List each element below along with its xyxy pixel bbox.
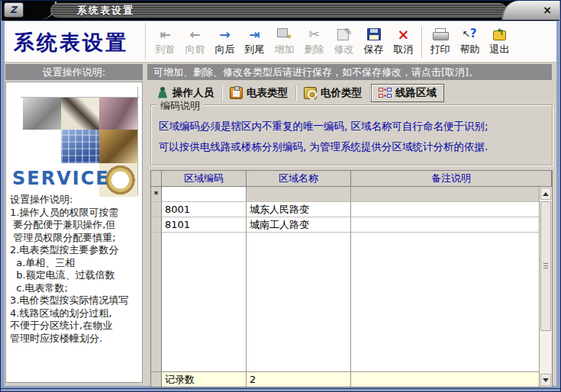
record-count-value: 2: [247, 371, 351, 387]
row-selector[interactable]: [151, 202, 162, 217]
header-divider: [145, 23, 146, 60]
sidebar-panel: SERVICE 设置操作说明: 1.操作人员的权限可按需 要分配便于兼职操作,但…: [5, 82, 143, 383]
new-row-name-cell[interactable]: [247, 187, 351, 202]
toolbar-button-label: 向前: [185, 43, 205, 56]
record-count-row: 记录数 2: [151, 371, 539, 387]
pen-photo: [61, 98, 99, 130]
collage-vline: [137, 87, 138, 195]
exit-icon: [493, 26, 506, 43]
last-icon: ⇥: [249, 26, 260, 43]
tab-label: 电价类型: [321, 86, 362, 100]
table-cell[interactable]: [351, 217, 539, 233]
save-button[interactable]: 保存: [359, 23, 389, 61]
toolbar-button-label: 增加: [275, 43, 295, 56]
table-cell[interactable]: 8101: [162, 217, 247, 233]
delete-icon: ✂: [308, 26, 320, 43]
column-header-name[interactable]: 区域名称: [247, 171, 351, 187]
add-button: 增加: [269, 23, 299, 61]
grid-body: * 8001城东人民路变8101城南工人路变: [151, 187, 539, 387]
header-strip: 系统表设置 ⇤到首←向前→向后⇥到尾增加✂删除修改保存×取消打印帮助退出: [5, 21, 556, 63]
toolbar-button-label: 帮助: [460, 43, 480, 56]
toolbar-button-label: 删除: [305, 43, 324, 56]
modify-button: 修改: [329, 23, 359, 61]
help-button[interactable]: 帮助: [455, 23, 485, 61]
cancel-button[interactable]: ×取消: [389, 23, 418, 61]
record-count-label: 记录数: [162, 371, 247, 387]
app-logo-icon: Z: [4, 2, 24, 18]
toolbar-button-label: 保存: [364, 43, 384, 56]
tab-label: 电表类型: [247, 86, 288, 100]
titlebar-right-cap: ×: [501, 1, 559, 20]
next-icon: →: [219, 26, 230, 43]
close-icon[interactable]: ×: [540, 4, 554, 17]
office-collage-image: SERVICE: [6, 82, 142, 194]
keyboard-photo: [61, 130, 99, 163]
price-types-icon: [304, 87, 317, 99]
groupbox-lines: 区域编码必须是辖区内不重复的唯一编码, 区域名称可自行命名便于识别;可以按供电线…: [151, 105, 552, 157]
column-header-note[interactable]: 备注说明: [351, 171, 552, 187]
toolbar-separator: [421, 26, 422, 58]
titlebar: Z 系统表设置 ×: [2, 1, 559, 21]
message-bar: 可增加、删除、修改各类型后请进行保存，如不保存修改，请点击[取消]。: [147, 64, 552, 80]
service-word: SERVICE: [12, 168, 110, 189]
grid-header-row: 区域编码 区域名称 备注说明: [151, 171, 552, 187]
table-row[interactable]: 8001城东人民路变: [151, 202, 539, 217]
toolbar-button-label: 到尾: [245, 43, 265, 56]
window-body: 系统表设置 ⇤到首←向前→向后⇥到尾增加✂删除修改保存×取消打印帮助退出 设置操…: [5, 21, 556, 386]
scroll-down-icon: [543, 378, 549, 382]
row-selector[interactable]: [151, 217, 162, 233]
table-cell[interactable]: 8001: [162, 202, 247, 217]
print-button[interactable]: 打印: [425, 23, 455, 61]
stapler-photo: [23, 98, 61, 130]
tab-price-types[interactable]: 电价类型: [297, 84, 369, 102]
first-button: ⇤到首: [150, 23, 180, 61]
area-data-grid: 区域编码 区域名称 备注说明 * 8001城东人民路变8101城南工人路变: [150, 170, 553, 387]
print-icon: [433, 26, 447, 43]
line-areas-icon: [379, 87, 392, 99]
toolbar-button-label: 取消: [394, 43, 414, 56]
coding-note-groupbox: 编码说明 区域编码必须是辖区内不重复的唯一编码, 区域名称可自行命名便于识别;可…: [150, 104, 553, 165]
titlebar-pill: 系统表设置: [50, 3, 507, 18]
help-icon: [463, 26, 477, 43]
tab-separator: [221, 85, 222, 101]
table-cell[interactable]: 城南工人路变: [247, 217, 351, 233]
vertical-scrollbar[interactable]: [539, 187, 552, 387]
new-row-code-cell[interactable]: [162, 187, 247, 202]
operators-icon: [156, 87, 169, 99]
tab-separator: [369, 85, 370, 101]
operation-instructions: 设置操作说明: 1.操作人员的权限可按需 要分配便于兼职操作,但 管理员权限分配…: [10, 194, 140, 345]
scroll-down-button[interactable]: [540, 374, 551, 386]
delete-button: ✂删除: [299, 23, 329, 61]
tab-label: 操作人员: [172, 86, 214, 100]
tab-line-areas[interactable]: 线路区域: [371, 84, 444, 102]
new-row-note-cell[interactable]: [351, 187, 539, 202]
table-row[interactable]: 8101城南工人路变: [151, 217, 539, 233]
new-row-selector[interactable]: *: [151, 187, 162, 202]
page-title: 系统表设置: [14, 29, 128, 56]
toolbar-button-label: 到首: [156, 43, 176, 56]
paperclips-photo: [99, 98, 137, 130]
last-button[interactable]: ⇥到尾: [240, 23, 269, 61]
modify-icon: [337, 26, 351, 43]
next-button[interactable]: →向后: [210, 23, 240, 61]
scroll-up-icon: [543, 192, 549, 196]
groupbox-title: 编码说明: [157, 99, 203, 113]
add-icon: [277, 26, 292, 43]
sidebar-caption-bar: 设置操作说明:: [5, 64, 143, 80]
cancel-icon: ×: [398, 26, 410, 43]
tab-label: 线路区域: [395, 86, 437, 100]
exit-button[interactable]: 退出: [485, 23, 514, 61]
toolbar-button-label: 退出: [490, 43, 510, 56]
scrollbar-thumb[interactable]: [540, 201, 551, 331]
prev-icon: ←: [189, 26, 200, 43]
table-cell[interactable]: 城东人民路变: [247, 202, 351, 217]
tab-separator: [295, 85, 296, 101]
column-header-code[interactable]: 区域编码: [162, 171, 247, 187]
scroll-up-button[interactable]: [540, 188, 551, 200]
pens-photo: [99, 130, 137, 163]
grid-corner-cell: [151, 171, 162, 187]
main-panel: 操作人员电表类型电价类型线路区域 编码说明 区域编码必须是辖区内不重复的唯一编码…: [147, 82, 557, 387]
tab-meter-types[interactable]: 电表类型: [223, 84, 295, 102]
app-window: Z 系统表设置 × 系统表设置 ⇤到首←向前→向后⇥到尾增加✂删除修改保存×取消…: [0, 0, 561, 392]
table-cell[interactable]: [351, 202, 539, 217]
